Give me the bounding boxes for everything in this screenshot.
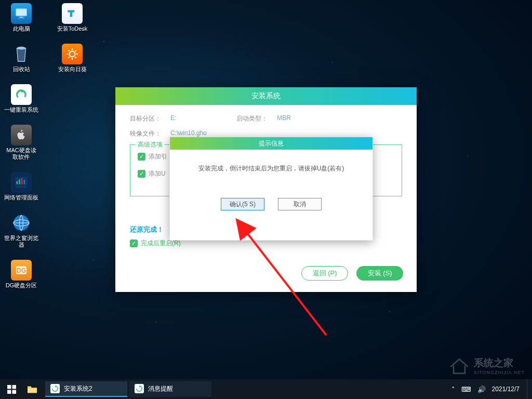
reinstall-icon [11,84,32,105]
desktop-icon-label: 安装向日葵 [58,66,87,73]
desktop-icon-this-pc[interactable]: 此电脑 [3,3,39,32]
tray-keyboard-icon[interactable]: ⌨ [461,385,471,393]
start-button[interactable] [2,381,21,397]
watermark: 系统之家 XITONGZHIJIA.NET [448,355,525,376]
back-button[interactable]: 返回 (P) [301,266,348,281]
svg-line-10 [68,50,69,51]
tray-date[interactable]: 2021/12/7 [492,385,520,393]
svg-line-12 [75,50,76,51]
svg-point-4 [17,47,26,50]
svg-text:DG: DG [17,267,26,274]
prompt-message: 安装完成，倒计时结束后为您重启，请拔掉U盘(若有) [179,164,363,173]
svg-rect-17 [21,178,22,184]
desktop-icon-label: 网络管理面板 [4,194,38,201]
svg-rect-29 [28,388,37,393]
svg-point-5 [70,51,75,57]
globe-icon [11,212,32,233]
desktop-icon-dg-partition[interactable]: DG DG硬盘分区 [3,260,39,289]
show-desktop-button[interactable] [527,379,530,399]
desktop-icon-reinstall[interactable]: 一键重装系统 [3,84,39,113]
boot-type-label: 启动类型： [236,114,268,123]
install-button[interactable]: 安装 (S) [356,266,403,281]
monitor-icon [11,3,32,24]
svg-line-11 [75,57,76,58]
checkmark-icon: ✓ [138,170,145,178]
svg-rect-25 [7,385,11,389]
desktop-icons: 此电脑 安装ToDesk 回收站 安装向日葵 一键重装系统 [3,3,90,289]
svg-rect-0 [16,9,27,16]
apple-icon [11,125,32,145]
desktop-icon-world-browser[interactable]: 世界之窗浏览 器 [3,212,39,248]
target-partition-value: E: [170,114,176,123]
desktop-icon-label: DG硬盘分区 [6,282,37,289]
confirm-button[interactable]: 确认(5 S) [221,198,264,210]
system-tray: ˄ ⌨ 🔊 2021/12/7 [451,385,524,393]
cancel-button[interactable]: 取消 [278,198,322,210]
desktop-icon-network-panel[interactable]: 网络管理面板 [3,172,39,201]
sunflower-icon [62,44,83,64]
target-partition-label: 目标分区： [130,114,161,123]
desktop-icon-label: MAC硬盘读 取软件 [6,147,36,161]
image-file-label: 映像文件： [130,129,161,138]
dg-icon: DG [11,260,32,281]
checkmark-icon: ✓ [138,153,145,161]
desktop-icon-label: 一键重装系统 [4,107,38,113]
svg-line-13 [68,57,69,58]
checkmark-icon: ✓ [130,240,138,247]
svg-rect-15 [17,181,18,184]
recycle-bin-icon [11,44,32,64]
checkbox-label: 添加U [149,169,166,178]
taskbar: 安装系统2 消息提醒 ˄ ⌨ 🔊 2021/12/7 [0,379,532,399]
desktop-icon-label: 此电脑 [13,25,30,32]
desktop-icon-mac-disk[interactable]: MAC硬盘读 取软件 [3,125,39,161]
svg-rect-28 [12,390,16,393]
taskbar-task-message[interactable]: 消息提醒 [129,381,211,397]
file-explorer-button[interactable] [21,381,43,397]
boot-type-value: MBR [277,114,291,123]
task-icon [50,384,60,393]
network-icon [11,172,32,193]
taskbar-task-installer[interactable]: 安装系统2 [45,381,127,397]
installer-bottom-buttons: 返回 (P) 安装 (S) [301,266,403,281]
svg-rect-27 [7,390,11,393]
desktop-icon-todesk[interactable]: 安装ToDesk [54,3,90,32]
watermark-text: 系统之家 [474,356,525,370]
desktop-icon-recycle-bin[interactable]: 回收站 [3,44,39,73]
tray-volume-icon[interactable]: 🔊 [477,385,486,393]
taskbar-task-label: 安装系统2 [64,384,92,393]
checkbox-label: 添加引 [149,152,167,161]
watermark-sub: XITONGZHIJIA.NET [474,370,525,375]
advanced-legend: 高级选项 [136,140,165,149]
desktop-icon-label: 安装ToDesk [57,25,88,32]
svg-rect-2 [20,17,23,18]
installer-title: 安装系统 [115,87,417,105]
prompt-body: 安装完成，倒计时结束后为您重启，请拔掉U盘(若有) 确认(5 S) 取消 [170,150,373,210]
taskbar-task-label: 消息提醒 [148,384,173,393]
prompt-title: 提示信息 [170,137,373,150]
svg-rect-18 [24,180,25,184]
todesk-icon [62,3,83,24]
tray-chevron-icon[interactable]: ˄ [451,385,455,393]
svg-rect-26 [12,385,16,389]
desktop-icon-label: 世界之窗浏览 器 [4,235,38,248]
svg-rect-19 [16,186,27,188]
svg-rect-16 [19,179,20,184]
prompt-dialog: 提示信息 安装完成，倒计时结束后为您重启，请拔掉U盘(若有) 确认(5 S) 取… [169,137,373,241]
desktop-icon-label: 回收站 [13,66,30,73]
desktop-icon-sunflower[interactable]: 安装向日葵 [54,44,90,73]
svg-rect-3 [18,18,24,18]
task-icon [135,384,144,393]
